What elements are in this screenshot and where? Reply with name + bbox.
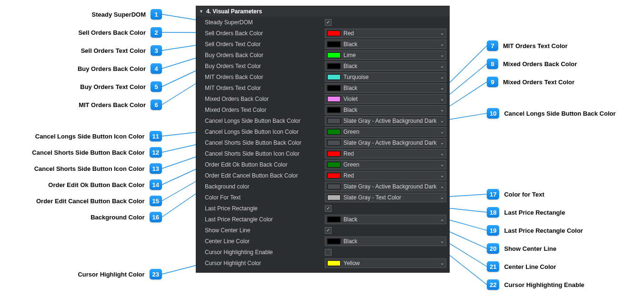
svg-line-15 xyxy=(445,82,487,109)
property-label: Steady SuperDOM xyxy=(205,19,325,26)
property-control: Slate Gray - Text Color⌄ xyxy=(325,193,446,202)
property-control: Black⌄ xyxy=(325,61,446,71)
property-control: Black⌄ xyxy=(325,83,446,93)
callout-3: Sell Orders Text Color3 xyxy=(0,45,162,56)
callout-text: Color for Text xyxy=(504,191,544,198)
color-swatch xyxy=(327,30,341,36)
callout-text: Sell Orders Back Color xyxy=(78,29,146,36)
callout-11: Cancel Longs Side Button Icon Color11 xyxy=(0,131,162,141)
chevron-down-icon: ⌄ xyxy=(440,195,444,200)
property-label: Cancel Longs Side Button Icon Color xyxy=(205,129,325,135)
color-name: Slate Gray - Active Background Dark xyxy=(343,118,437,124)
property-label: Buy Orders Text Color xyxy=(205,63,325,69)
color-swatch xyxy=(327,173,341,178)
color-select-cancel_longs_icon[interactable]: Green⌄ xyxy=(325,127,446,137)
color-select-cancel_shorts_back[interactable]: Slate Gray - Active Background Dark⌄ xyxy=(325,138,446,148)
color-select-mit_back[interactable]: Turquoise⌄ xyxy=(325,72,446,82)
color-select-sell_back[interactable]: Red⌄ xyxy=(325,29,446,38)
callout-15: Order Edit Cancel Button Back Color15 xyxy=(0,196,162,206)
property-label: Cursor Highlight Color xyxy=(205,260,325,267)
callout-badge: 1 xyxy=(151,9,162,20)
color-select-buy_text[interactable]: Black⌄ xyxy=(325,61,446,71)
callout-14: Order Edit Ok Button Back Color14 xyxy=(0,179,162,190)
property-label: Center Line Color xyxy=(205,238,325,245)
property-label: Mixed Orders Back Color xyxy=(205,96,325,102)
chevron-down-icon: ⌄ xyxy=(440,30,444,36)
property-row-mit_back: MIT Orders Back ColorTurquoise⌄ xyxy=(196,71,449,82)
svg-line-13 xyxy=(445,46,487,88)
callout-16: Background Color16 xyxy=(0,212,162,222)
color-select-order_edit_cancel_back[interactable]: Red⌄ xyxy=(325,171,446,180)
property-row-mixed_back: Mixed Orders Back ColorViolet⌄ xyxy=(196,93,449,104)
chevron-down-icon: ⌄ xyxy=(440,129,444,134)
chevron-down-icon: ⌄ xyxy=(440,184,444,189)
color-select-cancel_shorts_icon[interactable]: Red⌄ xyxy=(325,149,446,158)
color-select-center_line_color[interactable]: Black⌄ xyxy=(325,237,446,246)
callout-9: 9Mixed Orders Text Color xyxy=(487,77,574,87)
color-swatch xyxy=(327,238,341,244)
callout-badge: 16 xyxy=(150,212,162,222)
property-row-cursor_hl_color: Cursor Highlight ColorYellow⌄ xyxy=(196,257,449,268)
callout-badge: 13 xyxy=(150,163,162,174)
color-select-last_price_rect_color[interactable]: Black⌄ xyxy=(325,215,446,224)
color-name: Slate Gray - Active Background Dark xyxy=(343,139,437,146)
property-label: Mixed Orders Text Color xyxy=(205,107,325,113)
callout-text: Cancel Shorts Side Button Icon Color xyxy=(34,165,145,172)
property-control: Green⌄ xyxy=(325,127,446,137)
color-swatch xyxy=(327,217,341,222)
chevron-down-icon: ⌄ xyxy=(440,96,444,101)
callout-13: Cancel Shorts Side Button Icon Color13 xyxy=(0,163,162,174)
checkbox-steady_superdom[interactable]: ✓ xyxy=(325,19,332,26)
color-select-mixed_back[interactable]: Violet⌄ xyxy=(325,94,446,104)
color-select-mit_text[interactable]: Black⌄ xyxy=(325,83,446,93)
color-select-background_color[interactable]: Slate Gray - Active Background Dark⌄ xyxy=(325,182,446,191)
callout-text: Order Edit Cancel Button Back Color xyxy=(36,198,145,205)
color-swatch xyxy=(327,107,341,113)
property-row-cursor_hl_enable: Cursor Highlighting Enable xyxy=(196,247,449,257)
callout-7: 7MIT Orders Text Color xyxy=(487,40,568,51)
color-select-cursor_hl_color[interactable]: Yellow⌄ xyxy=(325,258,446,268)
callout-badge: 5 xyxy=(151,81,162,92)
color-select-buy_back[interactable]: Lime⌄ xyxy=(325,50,446,60)
color-select-mixed_text[interactable]: Black⌄ xyxy=(325,105,446,115)
callout-20: 20Show Center Line xyxy=(487,243,556,254)
color-swatch xyxy=(327,96,341,102)
color-select-cancel_longs_back[interactable]: Slate Gray - Active Background Dark⌄ xyxy=(325,116,446,126)
callout-badge: 2 xyxy=(151,27,162,38)
section-header-visual-parameters[interactable]: ▼ 4. Visual Parameters xyxy=(196,6,449,17)
svg-line-18 xyxy=(445,208,487,213)
color-name: Black xyxy=(343,63,437,69)
callout-text: Cancel Longs Side Button Icon Color xyxy=(35,133,145,140)
color-select-color_for_text[interactable]: Slate Gray - Text Color⌄ xyxy=(325,193,446,202)
chevron-down-icon: ⌄ xyxy=(440,151,444,156)
property-row-background_color: Background colorSlate Gray - Active Back… xyxy=(196,181,449,192)
color-name: Turquoise xyxy=(343,74,437,80)
property-label: Color For Text xyxy=(205,194,325,201)
callout-text: Show Center Line xyxy=(504,245,556,252)
callout-5: Buy Orders Text Color5 xyxy=(0,81,162,92)
svg-line-17 xyxy=(445,194,487,197)
property-row-show_center_line: Show Center Line✓ xyxy=(196,225,449,236)
callout-18: 18Last Price Rectangle xyxy=(487,207,565,218)
property-control: Black⌄ xyxy=(325,215,446,224)
property-label: Cancel Longs Side Button Back Color xyxy=(205,118,325,124)
color-select-order_edit_ok_back[interactable]: Green⌄ xyxy=(325,160,446,169)
checkbox-last_price_rect[interactable]: ✓ xyxy=(325,205,332,212)
callout-badge: 15 xyxy=(150,196,162,206)
callout-text: Order Edit Ok Button Back Color xyxy=(48,181,144,188)
callout-badge: 12 xyxy=(150,147,162,158)
property-label: MIT Orders Text Color xyxy=(205,85,325,91)
color-swatch xyxy=(327,74,341,80)
color-select-sell_text[interactable]: Black⌄ xyxy=(325,40,446,49)
chevron-down-icon: ⌄ xyxy=(440,85,444,90)
checkbox-cursor_hl_enable[interactable] xyxy=(325,249,332,256)
chevron-down-icon: ⌄ xyxy=(440,107,444,112)
property-row-buy_back: Buy Orders Back ColorLime⌄ xyxy=(196,50,449,60)
property-label: Sell Orders Text Color xyxy=(205,41,325,48)
chevron-down-icon: ⌄ xyxy=(440,63,444,69)
svg-line-20 xyxy=(445,230,487,249)
color-swatch xyxy=(327,52,341,58)
property-label: Cancel Shorts Side Button Back Color xyxy=(205,139,325,146)
checkbox-show_center_line[interactable]: ✓ xyxy=(325,227,332,234)
callout-8: 8Mixed Orders Back Color xyxy=(487,59,577,69)
